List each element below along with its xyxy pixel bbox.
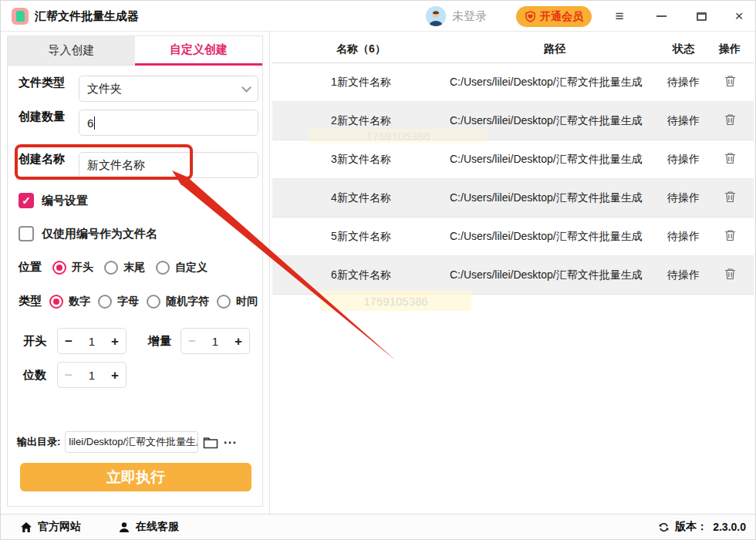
title-bar: 汇帮文件批量生成器 未登录 开通会员 ≡ × (1, 1, 756, 32)
row-status: 待操作 (660, 114, 707, 128)
radio-icon (147, 295, 160, 309)
type-radio-group: 数字 字母 随机字符 时间 (49, 295, 258, 309)
vip-button-label: 开通会员 (540, 10, 583, 24)
radio-icon (217, 295, 231, 309)
numbering-checkbox-label: 编号设置 (42, 194, 88, 208)
table-row: 1新文件名称 C:/Users/lilei/Desktop/汇帮文件批量生成 待… (272, 63, 754, 102)
row-name: 4新文件名称 (272, 191, 450, 205)
start-number-stepper: − 1 + (57, 328, 127, 354)
type-label: 类型 (19, 294, 42, 309)
start-number-label: 开头 (23, 334, 46, 349)
start-minus-button[interactable]: − (65, 335, 73, 348)
person-icon (118, 521, 130, 533)
delete-row-button[interactable] (724, 229, 736, 241)
digits-plus-button[interactable]: + (111, 369, 119, 382)
user-avatar[interactable] (426, 6, 446, 26)
row-status: 待操作 (660, 191, 707, 205)
position-label: 位置 (19, 260, 42, 275)
version-info: 版本：2.3.0.0 (658, 520, 746, 534)
output-dir-value: lilei/Desktop/汇帮文件批量生成器 (69, 435, 198, 449)
radio-option-label: 自定义 (175, 261, 208, 275)
increment-label: 增量 (148, 334, 171, 349)
file-type-select[interactable]: 文件夹 (79, 76, 258, 102)
online-support-label: 在线客服 (136, 520, 179, 534)
file-type-label: 文件类型 (19, 76, 65, 90)
radio-option[interactable]: 字母 (98, 295, 139, 309)
only-number-checkbox[interactable] (19, 226, 34, 241)
header-action: 操作 (707, 42, 752, 56)
increment-plus-button[interactable]: + (235, 335, 242, 348)
table-row: 6新文件名称 C:/Users/lilei/Desktop/汇帮文件批量生成 待… (272, 256, 754, 295)
official-website-label: 官方网站 (38, 520, 81, 534)
row-path: C:/Users/lilei/Desktop/汇帮文件批量生成 (450, 191, 660, 205)
radio-option-label: 数字 (69, 295, 90, 309)
output-dir-label: 输出目录: (17, 435, 60, 449)
delete-row-button[interactable] (724, 152, 736, 164)
text-caret (94, 116, 95, 130)
count-label: 创建数量 (19, 110, 65, 124)
row-status: 待操作 (660, 76, 707, 89)
online-support-link[interactable]: 在线客服 (118, 520, 179, 534)
row-status: 待操作 (660, 153, 707, 167)
radio-icon (49, 295, 63, 309)
trash-icon (724, 229, 736, 241)
radio-option[interactable]: 开头 (52, 261, 93, 275)
row-status: 待操作 (660, 230, 707, 244)
count-value: 6 (87, 116, 93, 130)
folder-browse-button[interactable] (203, 436, 218, 449)
more-options-button[interactable]: ⋯ (223, 434, 237, 451)
count-input[interactable]: 6 (79, 110, 258, 136)
vip-heart-icon (525, 11, 536, 22)
header-path: 路径 (450, 42, 660, 56)
vip-button[interactable]: 开通会员 (516, 6, 592, 27)
version-value: 2.3.0.0 (713, 521, 746, 533)
name-input[interactable]: 新文件名称 (79, 152, 258, 178)
login-status[interactable]: 未登录 (452, 9, 487, 24)
name-value: 新文件名称 (87, 158, 145, 173)
refresh-icon[interactable] (658, 521, 670, 533)
delete-row-button[interactable] (724, 268, 736, 280)
numbering-checkbox[interactable]: ✓ (19, 193, 34, 208)
version-label: 版本： (675, 520, 707, 534)
home-icon (20, 521, 32, 533)
increment-minus-button[interactable]: − (188, 335, 196, 348)
output-dir-input[interactable]: lilei/Desktop/汇帮文件批量生成器 (65, 431, 198, 453)
radio-option[interactable]: 数字 (49, 295, 90, 309)
table-body: 1新文件名称 C:/Users/lilei/Desktop/汇帮文件批量生成 待… (272, 63, 754, 295)
panel-divider (269, 32, 270, 516)
table-row: 5新文件名称 C:/Users/lilei/Desktop/汇帮文件批量生成 待… (272, 218, 754, 256)
row-path: C:/Users/lilei/Desktop/汇帮文件批量生成 (450, 114, 660, 128)
radio-option[interactable]: 时间 (217, 295, 258, 309)
app-logo-icon (12, 8, 29, 25)
row-name: 1新文件名称 (272, 76, 450, 89)
chevron-down-icon (241, 83, 251, 93)
radio-option[interactable]: 自定义 (156, 261, 208, 275)
tab-custom-create[interactable]: 自定义创建 (135, 36, 262, 66)
radio-option-label: 字母 (117, 295, 139, 309)
radio-option[interactable]: 随机字符 (147, 295, 209, 309)
official-website-link[interactable]: 官方网站 (20, 520, 81, 534)
radio-option[interactable]: 末尾 (104, 261, 145, 275)
only-number-checkbox-label: 仅使用编号作为文件名 (42, 227, 157, 241)
delete-row-button[interactable] (724, 113, 736, 126)
maximize-icon[interactable] (691, 7, 711, 25)
file-type-value: 文件夹 (87, 82, 122, 96)
trash-icon (724, 75, 736, 87)
table-row: 4新文件名称 C:/Users/lilei/Desktop/汇帮文件批量生成 待… (272, 179, 754, 218)
tab-import-create[interactable]: 导入创建 (8, 36, 135, 66)
delete-row-button[interactable] (724, 75, 736, 87)
execute-button[interactable]: 立即执行 (20, 463, 251, 491)
row-name: 6新文件名称 (272, 268, 450, 282)
close-icon[interactable]: × (729, 7, 749, 25)
digits-minus-button[interactable]: − (65, 369, 73, 382)
digits-value: 1 (89, 369, 95, 382)
increment-value: 1 (212, 335, 218, 348)
row-status: 待操作 (660, 268, 707, 282)
trash-icon (724, 191, 736, 203)
delete-row-button[interactable] (724, 191, 736, 203)
trash-icon (724, 152, 736, 164)
start-plus-button[interactable]: + (111, 335, 119, 348)
minimize-icon[interactable] (651, 7, 671, 25)
row-path: C:/Users/lilei/Desktop/汇帮文件批量生成 (450, 153, 660, 167)
menu-icon[interactable]: ≡ (609, 7, 629, 25)
